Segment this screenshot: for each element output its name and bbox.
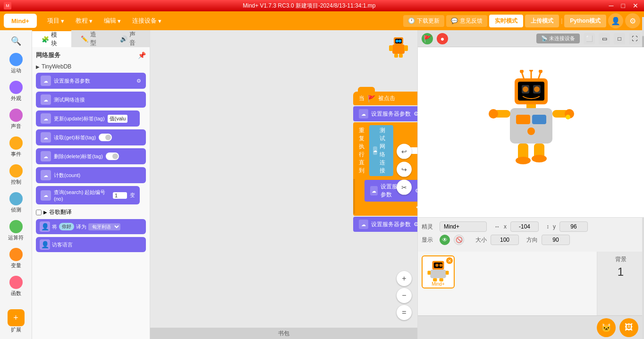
block-panel: 🧩 模块 ✏️ 造型 🔊 声音 网络服务 📌 ▶ TinyWebDB ☁ xyxy=(32,30,150,339)
svg-point-33 xyxy=(516,157,531,164)
close-button[interactable]: ✕ xyxy=(631,2,640,9)
block-read-tag[interactable]: ☁ 读取(get)标签(tag) xyxy=(36,129,146,145)
zoom-in-button[interactable]: + xyxy=(397,271,412,286)
tab-bar: 🧩 模块 ✏️ 造型 🔊 声音 xyxy=(32,30,150,47)
svg-rect-42 xyxy=(433,278,437,281)
sprite-size-input[interactable] xyxy=(491,235,519,245)
block-count[interactable]: ☁ 计数(count) xyxy=(36,167,146,183)
translate-text[interactable]: 你好 xyxy=(59,223,74,230)
block-delete-tag[interactable]: ☁ 删除(delete)标签(tag) xyxy=(36,148,146,164)
tab-costume[interactable]: ✏️ 造型 xyxy=(71,30,110,47)
stage-view-normal[interactable]: ⬜ xyxy=(584,33,595,44)
block-update-tag[interactable]: ☁ 更新(update)标签(tag) 值(valu xyxy=(36,110,146,127)
category-item-motion[interactable]: 运动 xyxy=(8,51,25,76)
tab-sound[interactable]: 🔊 声音 xyxy=(110,30,150,47)
canvas-robot-icon xyxy=(387,35,410,59)
category-item-appearance[interactable]: 外观 xyxy=(8,79,25,104)
canvas-area[interactable]: 当 🚩 被点击 ☁ 设置服务器参数 ⚙ 重复执行直到 ☁ 测试网络连接 xyxy=(150,30,417,339)
category-item-control[interactable]: 控制 xyxy=(8,162,25,187)
upload-mode-button[interactable]: 上传模式 xyxy=(525,15,559,27)
stage-view-small[interactable]: ▭ xyxy=(599,33,610,44)
menu-item-connect[interactable]: 连接设备▾ xyxy=(127,15,166,27)
app-logo-area: M xyxy=(4,2,11,9)
cloud-icon: ☁ xyxy=(41,76,51,86)
block-test-network[interactable]: ☁ 测试网络连接 xyxy=(36,92,146,108)
translate-checkbox[interactable] xyxy=(36,210,42,215)
operator-dot xyxy=(9,220,23,233)
sprite-x-input[interactable] xyxy=(510,221,539,232)
canvas-hat-block[interactable]: 当 🚩 被点击 xyxy=(353,92,417,105)
canvas-set-server-1[interactable]: ☁ 设置服务器参数 ⚙ xyxy=(353,106,417,121)
svg-rect-4 xyxy=(392,44,405,54)
feedback-button[interactable]: 💬 意见反馈 xyxy=(446,15,487,27)
category-item-function[interactable]: 函数 xyxy=(8,274,25,299)
block-translate[interactable]: 👤 将 你好 译为 匈牙利语 xyxy=(36,219,146,234)
svg-line-13 xyxy=(538,72,541,79)
green-flag-button[interactable]: 🚩 xyxy=(422,33,433,44)
category-item-sound[interactable]: 声音 xyxy=(8,107,25,132)
minimize-button[interactable]: ─ xyxy=(607,2,616,9)
canvas-footer: 书包 xyxy=(150,328,417,339)
block-visitor-lang[interactable]: 👤 访客语言 xyxy=(36,237,146,252)
download-update-button[interactable]: 🕐 下载更新 xyxy=(403,15,444,27)
sprite-name-input[interactable] xyxy=(440,221,487,232)
svg-point-38 xyxy=(440,263,443,267)
appearance-dot xyxy=(9,81,23,94)
redo-button[interactable]: ↪ xyxy=(397,162,412,177)
zoom-out-button[interactable]: − xyxy=(397,288,412,303)
stop-button[interactable]: ● xyxy=(437,33,448,44)
sprite-direction-input[interactable] xyxy=(542,235,570,245)
show-visible-button[interactable]: 👁 xyxy=(440,235,450,245)
stage-view-fullscreen[interactable]: ⛶ xyxy=(629,33,640,44)
svg-rect-39 xyxy=(430,270,446,278)
stage-display xyxy=(418,47,644,217)
menu-item-project[interactable]: 项目▾ xyxy=(42,15,69,27)
realtime-mode-button[interactable]: 实时模式 xyxy=(489,15,523,27)
crop-button[interactable]: ✂ xyxy=(397,180,412,195)
settings-icon[interactable]: ⚙ xyxy=(625,13,640,28)
add-sprite-button[interactable]: 🐱 xyxy=(597,318,616,337)
sprite-y-input[interactable] xyxy=(559,221,588,232)
logo-text: Mind+ xyxy=(11,17,29,25)
svg-point-12 xyxy=(529,70,533,72)
cloud-icon-cv-n1: ☁ xyxy=(370,186,378,195)
flag-icon: 🚩 xyxy=(367,95,375,102)
block-search[interactable]: ☁ 查询(search) 起始编号(no) 1 变 xyxy=(36,186,146,204)
svg-rect-41 xyxy=(446,271,449,274)
svg-line-9 xyxy=(522,72,524,79)
language-select[interactable]: 匈牙利语 xyxy=(88,223,120,230)
category-item-expand[interactable]: + 扩展 xyxy=(6,307,26,335)
tab-blocks[interactable]: 🧩 模块 xyxy=(32,30,71,47)
toggle-read[interactable] xyxy=(99,134,112,141)
section-tinywebdb[interactable]: ▶ TinyWebDB xyxy=(36,63,146,70)
svg-point-28 xyxy=(489,109,498,119)
show-hidden-button[interactable]: 🚫 xyxy=(454,235,464,245)
python-mode-button[interactable]: Python模式 xyxy=(564,15,606,27)
menu-item-edit[interactable]: 编辑▾ xyxy=(99,15,126,27)
svg-rect-6 xyxy=(404,45,408,51)
sprite-delete-icon[interactable]: ✕ xyxy=(446,257,453,264)
avatar-icon[interactable]: 👤 xyxy=(608,13,623,28)
right-panel: 🚩 ● 📡 未连接设备 ⬜ ▭ □ ⛶ xyxy=(417,30,644,339)
block-panel-header: 网络服务 📌 xyxy=(36,51,146,59)
svg-rect-22 xyxy=(510,108,552,144)
pin-icon[interactable]: 📌 xyxy=(138,51,146,59)
search-category[interactable]: 🔍 xyxy=(9,34,23,48)
canvas-set-server-final[interactable]: ☁ 设置服务器参数 ⚙ xyxy=(353,217,417,232)
category-item-events[interactable]: 事件 xyxy=(8,135,25,160)
zoom-fit-button[interactable]: = xyxy=(397,305,412,320)
undo-button[interactable]: ↩ xyxy=(397,144,412,159)
toggle-delete[interactable] xyxy=(106,153,119,160)
canvas-when-flag-clicked[interactable]: 当 🚩 被点击 xyxy=(353,92,417,105)
category-item-operator[interactable]: 运算符 xyxy=(6,218,25,243)
menu-item-tutorial[interactable]: 教程▾ xyxy=(71,15,97,27)
category-item-detect[interactable]: 侦测 xyxy=(8,190,25,215)
connect-device-button[interactable]: 📡 未连接设备 xyxy=(536,34,580,43)
stage-view-large[interactable]: □ xyxy=(614,33,625,44)
maximize-button[interactable]: □ xyxy=(619,2,627,9)
sprite-item-mindplus[interactable]: ✕ Mind+ xyxy=(422,255,455,288)
block-set-server-params[interactable]: ☁ 设置服务器参数 ⚙ xyxy=(36,73,146,89)
category-item-variable[interactable]: 变量 xyxy=(8,246,25,271)
sprite-info-row: 精灵 ↔ x ↕ y xyxy=(422,221,640,232)
add-background-button[interactable]: 🖼 xyxy=(619,318,638,337)
